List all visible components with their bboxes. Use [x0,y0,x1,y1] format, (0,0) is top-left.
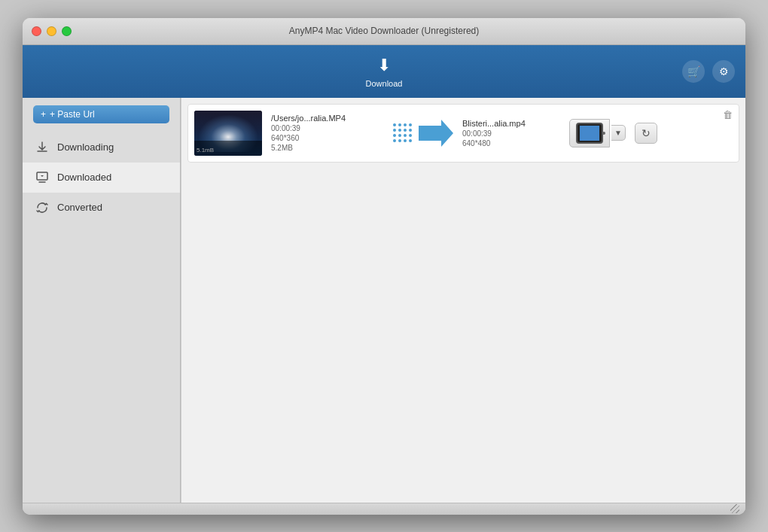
output-duration: 00:00:39 [462,129,560,138]
source-filename: /Users/jo...ralia.MP4 [271,114,384,123]
converted-icon [35,200,50,215]
settings-icon-button[interactable]: ⚙ [712,60,735,83]
delete-button[interactable]: 🗑 [723,109,733,120]
main-content: + + Paste Url Downloading [23,98,745,503]
paste-icon: + [41,109,46,120]
arrow-icon [419,120,453,147]
app-window: AnyMP4 Mac Video Downloader (Unregistere… [23,18,745,515]
toolbar: ⬇ Download 🛒 ⚙ [23,45,745,98]
downloading-label: Downloading [57,141,114,153]
media-thumbnail: 5.1mB [194,111,262,156]
source-resolution: 640*360 [271,134,384,142]
media-item-row: 5.1mB /Users/jo...ralia.MP4 00:00:39 640… [187,104,739,163]
output-resolution: 640*480 [462,139,560,147]
downloaded-label: Downloaded [57,172,111,183]
format-dropdown-arrow[interactable]: ▼ [611,125,626,141]
window-title: AnyMP4 Mac Video Downloader (Unregistere… [289,26,480,36]
settings-icon: ⚙ [719,65,729,78]
sidebar-item-downloaded[interactable]: Downloaded [23,163,180,193]
sidebar: + + Paste Url Downloading [23,98,181,503]
resize-handle[interactable] [730,504,739,513]
sidebar-item-downloading[interactable]: Downloading [23,132,180,163]
convert-action-button[interactable]: ↻ [635,123,657,144]
download-icon: ⬇ [373,55,395,76]
source-info: /Users/jo...ralia.MP4 00:00:39 640*360 5… [271,114,384,152]
output-info: Blisteri...alia.mp4 00:00:39 640*480 [462,119,560,147]
content-area: 5.1mB /Users/jo...ralia.MP4 00:00:39 640… [181,98,745,503]
output-filename: Blisteri...alia.mp4 [462,119,560,128]
trash-icon: 🗑 [723,109,733,120]
download-tab-button[interactable]: ⬇ Download [355,50,413,93]
close-button[interactable] [32,26,41,36]
thumb-label: 5.1mB [197,147,214,154]
svg-marker-1 [419,120,453,147]
download-label: Download [366,79,403,88]
ipad-icon [576,123,603,144]
converted-label: Converted [57,202,102,213]
downloaded-icon [35,170,50,185]
source-size: 5.2MB [271,144,384,152]
convert-arrow [393,120,453,147]
cart-icon: 🛒 [687,65,700,78]
source-duration: 00:00:39 [271,124,384,132]
cart-icon-button[interactable]: 🛒 [682,60,705,83]
paste-url-label: + Paste Url [50,109,95,120]
maximize-button[interactable] [62,26,72,36]
paste-url-button[interactable]: + + Paste Url [33,105,169,123]
traffic-lights [32,26,72,36]
dots-grid [393,123,413,143]
toolbar-right: 🛒 ⚙ [682,60,735,83]
minimize-button[interactable] [47,26,56,36]
format-select-button[interactable] [569,119,610,147]
sidebar-item-converted[interactable]: Converted [23,193,180,223]
format-button-group: ▼ [569,119,626,147]
titlebar: AnyMP4 Mac Video Downloader (Unregistere… [23,18,745,45]
bottom-bar [23,503,745,515]
downloading-icon [35,140,50,155]
